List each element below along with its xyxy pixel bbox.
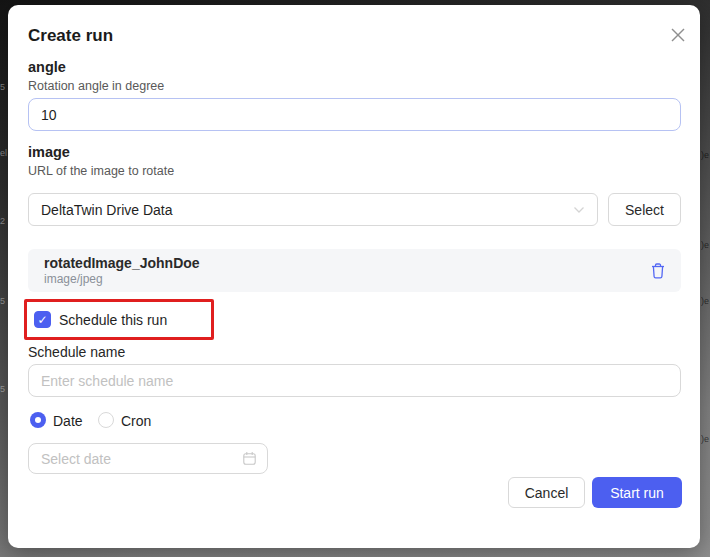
file-mime-type: image/jpeg	[44, 272, 649, 286]
schedule-name-input[interactable]	[28, 364, 681, 397]
checkmark-icon: ✓	[37, 314, 47, 326]
screen-backdrop: 5 el 2 5 5 )e )e )e )e Create run angle …	[0, 0, 710, 557]
date-input[interactable]	[29, 444, 267, 473]
image-hint: URL of the image to rotate	[28, 164, 174, 178]
radio-date[interactable]	[30, 412, 46, 428]
backdrop-fragment: )e	[701, 150, 710, 160]
close-icon	[670, 27, 686, 43]
image-source-dropdown[interactable]: DeltaTwin Drive Data	[28, 193, 598, 226]
delete-file-button[interactable]	[649, 261, 667, 281]
selected-file-row: rotatedImage_JohnDoe image/jpeg	[28, 249, 681, 292]
angle-label: angle	[28, 59, 66, 75]
backdrop-fragment: )e	[701, 434, 710, 444]
backdrop-fragment: el	[0, 148, 8, 158]
create-run-modal: Create run angle Rotation angle in degre…	[8, 5, 700, 548]
close-button[interactable]	[666, 23, 690, 47]
select-image-button[interactable]: Select	[608, 193, 681, 226]
radio-cron[interactable]	[98, 412, 114, 428]
angle-hint: Rotation angle in degree	[28, 79, 164, 93]
calendar-icon[interactable]	[242, 451, 257, 470]
chevron-down-icon	[573, 206, 585, 214]
angle-input[interactable]	[28, 98, 681, 131]
file-name: rotatedImage_JohnDoe	[44, 255, 649, 272]
backdrop-fragment: 2	[0, 216, 8, 226]
backdrop-fragment: 5	[0, 384, 8, 394]
schedule-checkbox-label[interactable]: Schedule this run	[59, 312, 167, 328]
schedule-checkbox[interactable]: ✓	[34, 311, 51, 328]
date-picker-field	[28, 443, 268, 474]
radio-cron-label[interactable]: Cron	[121, 413, 151, 429]
backdrop-fragment: )e	[701, 240, 710, 250]
radio-date-label[interactable]: Date	[53, 413, 83, 429]
backdrop-fragment: )e	[701, 296, 710, 306]
backdrop-fragment: 5	[0, 296, 8, 306]
start-run-button[interactable]: Start run	[592, 477, 682, 508]
cancel-button[interactable]: Cancel	[508, 477, 585, 508]
trash-icon	[651, 263, 665, 279]
schedule-name-label: Schedule name	[28, 344, 125, 360]
image-label: image	[28, 144, 70, 160]
backdrop-fragment: 5	[0, 82, 8, 92]
file-meta: rotatedImage_JohnDoe image/jpeg	[44, 255, 649, 286]
dropdown-selected-value: DeltaTwin Drive Data	[41, 202, 573, 218]
modal-title: Create run	[28, 26, 113, 46]
